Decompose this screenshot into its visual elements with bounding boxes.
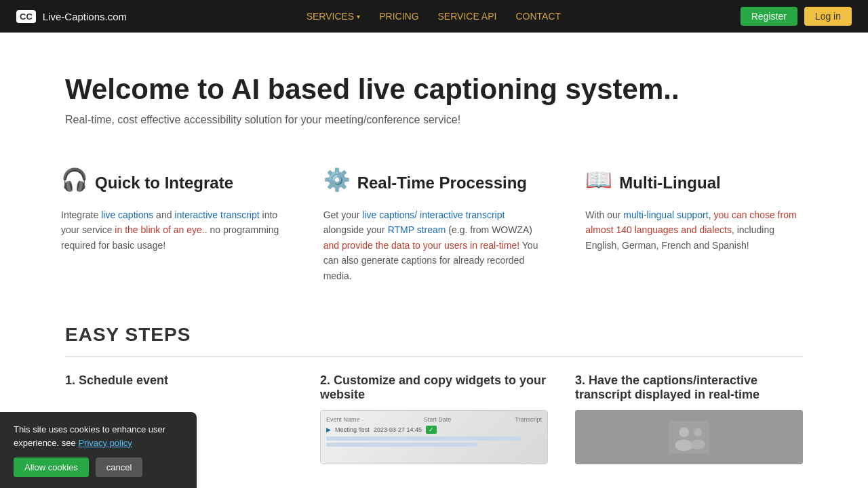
nav-actions: Register Log in [741,7,852,26]
cookie-buttons: Allow cookies cancel [14,458,183,464]
step-2-image: Event Name Start Date Transcript ▶ Meeti… [320,410,548,464]
steps-divider [65,357,803,357]
multilingual-label: Multi-Lingual [619,174,720,192]
feature-integrate: 🎧 Quick to Integrate Integrate live capt… [54,167,290,283]
allow-cookies-button[interactable]: Allow cookies [14,458,89,464]
step-2: 2. Customize and copy widgets to your we… [320,373,548,464]
hero-title: Welcome to AI based live captioning syst… [65,73,803,106]
feature-integrate-title: 🎧 Quick to Integrate [61,167,283,199]
step-3-image [575,410,803,464]
integrate-icon: 🎧 [61,167,88,192]
svg-point-3 [694,428,702,436]
integrate-label: Quick to Integrate [95,174,233,192]
navbar: CC Live-Captions.com SERVICES ▾ PRICING … [0,0,868,33]
logo-box: CC [16,10,36,23]
privacy-link[interactable]: Privacy policy [78,438,132,448]
hero-subtitle: Real-time, cost effective accessibility … [65,114,803,126]
step-3: 3. Have the captions/interactive transcr… [575,373,803,464]
realtime-icon: ⚙️ [323,167,351,192]
nav-services[interactable]: SERVICES ▾ [307,11,361,22]
feature-realtime-title: ⚙️ Real-Time Processing [323,167,545,199]
login-button[interactable]: Log in [804,7,852,26]
services-dropdown-arrow: ▾ [357,13,360,20]
nav-contact[interactable]: CONTACT [515,11,561,22]
multilingual-text: With our multi-lingual support, you can … [585,207,807,253]
step-3-title: 3. Have the captions/interactive transcr… [575,373,803,402]
nav-links: SERVICES ▾ PRICING SERVICE API CONTACT [307,11,561,22]
svg-point-2 [675,440,693,451]
feature-realtime: ⚙️ Real-Time Processing Get your live ca… [317,167,552,283]
features-section: 🎧 Quick to Integrate Integrate live capt… [0,146,868,310]
step-1-title: 1. Schedule event [65,373,293,388]
realtime-text: Get your live captions/ interactive tran… [323,207,545,283]
svg-point-4 [690,440,705,449]
register-button[interactable]: Register [741,7,797,26]
cancel-cookie-button[interactable]: cancel [96,458,143,464]
brand-name[interactable]: Live-Captions.com [43,11,127,22]
nav-left: CC Live-Captions.com [16,10,127,23]
nav-pricing[interactable]: PRICING [379,11,418,22]
cookie-banner: This site uses cookies to enhance user e… [0,412,197,464]
services-label: SERVICES [307,11,355,22]
feature-multilingual: 📖 Multi-Lingual With our multi-lingual s… [578,167,814,283]
multilingual-icon: 📖 [585,167,612,192]
cookie-message: This site uses cookies to enhance user e… [14,423,183,449]
step-2-title: 2. Customize and copy widgets to your we… [320,373,548,402]
easy-steps-title: EASY STEPS [65,324,803,346]
nav-service-api[interactable]: SERVICE API [438,11,497,22]
hero-section: Welcome to AI based live captioning syst… [0,33,868,146]
svg-point-1 [679,428,689,437]
realtime-label: Real-Time Processing [357,174,527,192]
feature-multilingual-title: 📖 Multi-Lingual [585,167,807,199]
logo-cc: CC [20,12,33,22]
integrate-text: Integrate live captions and interactive … [61,207,283,253]
